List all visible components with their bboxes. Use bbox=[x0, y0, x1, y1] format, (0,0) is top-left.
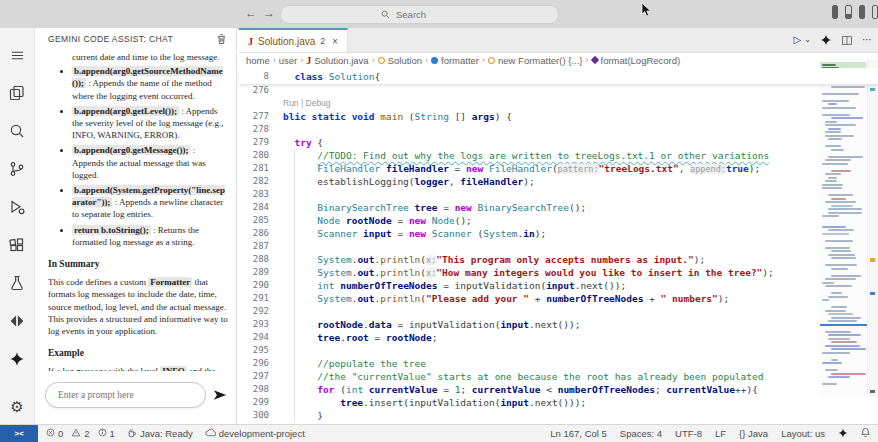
cloud-project[interactable]: development-project bbox=[205, 428, 305, 439]
menu-icon[interactable] bbox=[5, 36, 29, 74]
code-line[interactable]: 287 bbox=[239, 240, 878, 253]
chat-heading: In Summary bbox=[48, 258, 228, 270]
code-line[interactable]: 291 System.out.println("Please add your … bbox=[239, 292, 878, 305]
tab-close-icon[interactable]: × bbox=[332, 36, 338, 47]
remote-indicator[interactable]: >< bbox=[0, 425, 38, 442]
trash-icon[interactable] bbox=[216, 33, 227, 45]
line-number: 278 bbox=[239, 123, 269, 136]
gemini-sparkle-icon[interactable] bbox=[838, 428, 848, 440]
sticky-code-line[interactable]: 8 class Solution{ bbox=[239, 70, 380, 83]
more-actions-icon[interactable]: ⋯ bbox=[862, 35, 872, 45]
status-item[interactable]: {} Java bbox=[739, 428, 768, 439]
gemini-sparkle-icon[interactable] bbox=[5, 340, 29, 378]
breadcrumb-item[interactable]: home bbox=[246, 55, 270, 66]
code-line[interactable]: 295 bbox=[239, 344, 878, 357]
run-debug-icon[interactable] bbox=[5, 188, 29, 226]
tab-solution-java[interactable]: J Solution.java 2 × bbox=[239, 28, 348, 52]
status-item[interactable]: Spaces: 4 bbox=[620, 428, 662, 439]
minimap-line bbox=[825, 310, 846, 312]
testing-icon[interactable] bbox=[5, 264, 29, 302]
prompt-input[interactable] bbox=[56, 389, 195, 401]
code-line[interactable]: 286 Scanner input = new Scanner (System.… bbox=[239, 227, 878, 240]
line-number: 296 bbox=[239, 357, 269, 370]
code-line[interactable]: 285 Node rootNode = new Node(); bbox=[239, 214, 878, 227]
sticky-scroll-line[interactable]: 8 class Solution{ bbox=[239, 68, 878, 84]
explorer-icon[interactable] bbox=[5, 74, 29, 112]
status-item[interactable]: Layout: us bbox=[781, 428, 825, 439]
inline-code-chip: b.append(arg0.getMessage()); bbox=[72, 145, 190, 155]
breadcrumb-item[interactable]: formatter bbox=[431, 55, 479, 66]
compare-arrows-icon[interactable] bbox=[5, 302, 29, 340]
code-line[interactable]: 277blic static void main (String [] args… bbox=[239, 110, 878, 123]
toggle-sidebar-right-icon[interactable] bbox=[859, 5, 865, 19]
problems-indicator[interactable]: 0 2 1 bbox=[46, 428, 115, 439]
code-line[interactable]: 280 //TODO: Find out why the logs are wr… bbox=[239, 149, 878, 162]
chat-message-body: current date and time to the log message… bbox=[35, 49, 236, 371]
breadcrumb-item[interactable]: Solution bbox=[378, 55, 422, 66]
search-input[interactable] bbox=[394, 8, 458, 21]
code-text: System.out.println(x:"How many integers … bbox=[283, 266, 774, 279]
codelens-row[interactable]: Run | Debug bbox=[239, 97, 878, 110]
toggle-panel-icon[interactable] bbox=[845, 5, 851, 19]
overview-ruler[interactable] bbox=[867, 60, 878, 396]
minimap-line bbox=[828, 103, 837, 105]
settings-gear-icon[interactable]: ⚙ bbox=[5, 387, 29, 425]
minimap-line bbox=[828, 212, 862, 214]
java-status[interactable]: Java: Ready bbox=[127, 428, 193, 440]
command-center-search[interactable] bbox=[280, 5, 559, 24]
minimap-line bbox=[831, 275, 861, 277]
code-line[interactable]: 284 BinarySearchTree tree = new BinarySe… bbox=[239, 201, 878, 214]
code-line[interactable]: 299 tree.insert(inputValidation(input.ne… bbox=[239, 396, 878, 409]
code-line[interactable]: 296 //populate the tree bbox=[239, 357, 878, 370]
search-icon[interactable] bbox=[5, 112, 29, 150]
code-line[interactable]: 288 System.out.println(x:"This program o… bbox=[239, 253, 878, 266]
breadcrumb-item[interactable]: JSolution.java bbox=[306, 55, 368, 66]
breadcrumb-item[interactable]: new Formatter() {...} bbox=[488, 55, 582, 66]
gemini-sparkle-icon[interactable] bbox=[820, 34, 832, 46]
code-line[interactable]: 289 System.out.println(x:"How many integ… bbox=[239, 266, 878, 279]
line-number: 286 bbox=[239, 227, 269, 240]
code-line[interactable]: 292 bbox=[239, 305, 878, 318]
forward-button[interactable]: → bbox=[263, 6, 275, 20]
code-line[interactable]: 282 establishLogging(logger, fileHandler… bbox=[239, 175, 878, 188]
code-line[interactable]: 300 } bbox=[239, 409, 878, 422]
code-line[interactable]: 290 int numberOfTreeNodes = inputValidat… bbox=[239, 279, 878, 292]
code-line[interactable]: 297 //the "currentValue" starts at one b… bbox=[239, 370, 878, 383]
status-bar-right: Ln 167, Col 5Spaces: 4UTF-8LF{} JavaLayo… bbox=[550, 427, 878, 440]
line-number: 281 bbox=[239, 162, 269, 175]
inline-code-chip: return b.toString(); bbox=[72, 225, 151, 235]
run-icon[interactable]: ▷ bbox=[794, 35, 802, 45]
minimap[interactable] bbox=[820, 60, 868, 396]
minimap-line bbox=[822, 233, 849, 235]
breadcrumb-item[interactable]: format(LogRecord) bbox=[592, 55, 681, 66]
chevron-down-icon[interactable]: ⌄ bbox=[804, 36, 811, 44]
send-icon[interactable] bbox=[212, 388, 228, 402]
bell-icon[interactable] bbox=[861, 427, 870, 440]
status-item[interactable]: Ln 167, Col 5 bbox=[550, 428, 607, 439]
code-line[interactable]: 283 bbox=[239, 188, 878, 201]
minimap-line bbox=[825, 345, 860, 347]
source-control-icon[interactable] bbox=[5, 150, 29, 188]
breadcrumb-item[interactable]: user bbox=[279, 55, 297, 66]
code-line[interactable]: 279 try { bbox=[239, 136, 878, 149]
code-line[interactable]: 298 for (int currentValue = 1; currentVa… bbox=[239, 383, 878, 396]
extensions-icon[interactable] bbox=[5, 226, 29, 264]
code-area[interactable]: 276Run | Debug277blic static void main (… bbox=[239, 84, 878, 425]
toggle-sidebar-left-icon[interactable] bbox=[832, 5, 838, 19]
split-editor-icon[interactable] bbox=[841, 35, 853, 46]
prompt-input-pill[interactable] bbox=[45, 382, 206, 408]
status-item[interactable]: UTF-8 bbox=[675, 428, 702, 439]
customize-layout-icon[interactable] bbox=[872, 5, 878, 19]
code-line[interactable]: 293 rootNode.data = inputValidation(inpu… bbox=[239, 318, 878, 331]
code-line[interactable]: 281 FileHandler fileHandler = new FileHa… bbox=[239, 162, 878, 175]
minimap-line bbox=[828, 208, 862, 210]
minimap-line bbox=[822, 226, 846, 228]
code-line[interactable]: 294 tree.root = rootNode; bbox=[239, 331, 878, 344]
editor-actions: ▷ ⌄ ⋯ bbox=[794, 28, 872, 52]
status-item[interactable]: LF bbox=[715, 428, 726, 439]
minimap-line bbox=[825, 159, 851, 161]
code-line[interactable]: 276 bbox=[239, 84, 878, 97]
line-number: 279 bbox=[239, 136, 269, 149]
code-line[interactable]: 278 bbox=[239, 123, 878, 136]
back-button[interactable]: ← bbox=[245, 6, 257, 20]
